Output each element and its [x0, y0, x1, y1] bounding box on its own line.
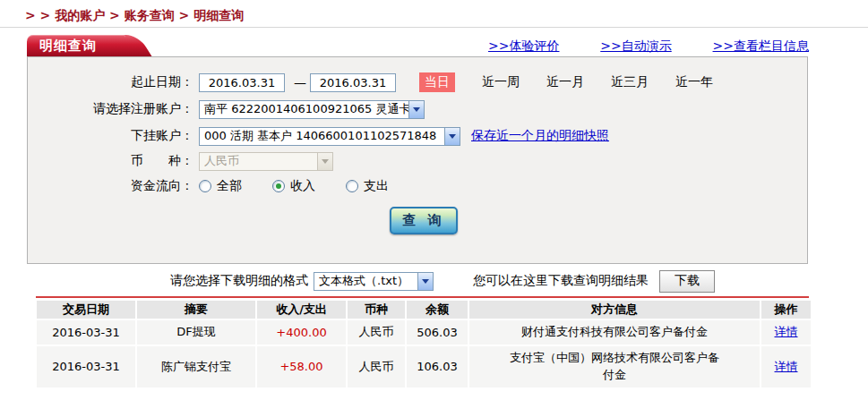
- chevron-down-icon: [408, 101, 424, 118]
- cell-amount: +58.00: [257, 346, 346, 387]
- flow-option-expense[interactable]: 支出: [346, 178, 389, 194]
- chevron-down-icon: [317, 153, 332, 170]
- table-top-divider: [36, 296, 809, 298]
- flow-option-all[interactable]: 全部: [199, 178, 242, 194]
- cell-currency: 人民币: [348, 346, 405, 387]
- query-form-panel: 起止日期： — 当日 近一周 近一月 近三月 近一年 请选择注册账户： 南平 6…: [27, 56, 808, 264]
- register-account-label: 请选择注册账户：: [28, 101, 193, 117]
- flow-option-expense-label: 支出: [364, 178, 389, 194]
- table-row: 2016-03-31 DF提现 +400.00 人民币 506.03 财付通支付…: [37, 320, 811, 345]
- flow-direction-row: 资金流向： 全部 收入 支出: [28, 175, 807, 197]
- col-header-currency: 币种: [348, 301, 405, 319]
- breadcrumb: > > 我的账户 > 账务查询 > 明细查询: [25, 8, 244, 24]
- download-format-select[interactable]: 文本格式（.txt）: [314, 272, 434, 291]
- chevron-down-icon: [444, 128, 460, 145]
- cell-balance: 106.03: [407, 346, 468, 387]
- register-account-row: 请选择注册账户： 南平 6222001406100921065 灵通卡: [28, 98, 807, 120]
- quick-range-week[interactable]: 近一周: [482, 74, 520, 90]
- col-header-summary: 摘要: [137, 301, 255, 319]
- currency-select: 人民币: [199, 152, 333, 171]
- download-button[interactable]: 下载: [659, 270, 715, 293]
- date-separator: —: [294, 75, 306, 89]
- linked-account-value: 000 活期 基本户 1406600101102571848: [200, 128, 441, 144]
- counterparty-text: 支付宝（中国）网络技术有限公司客户备付金: [506, 350, 723, 384]
- cell-action: 详情: [761, 320, 811, 345]
- col-header-action: 操作: [761, 301, 811, 319]
- date-to-input[interactable]: [310, 73, 396, 92]
- link-auto-demo[interactable]: >>自动演示: [600, 38, 671, 55]
- quick-range-month[interactable]: 近一月: [546, 74, 584, 90]
- cell-counterparty: 支付宝（中国）网络技术有限公司客户备付金: [469, 346, 760, 387]
- radio-unchecked-icon: [199, 180, 211, 192]
- tab-detail-query: 明细查询: [27, 35, 134, 56]
- transactions-table: 交易日期 摘要 收入/支出 币种 余额 对方信息 操作 2016-03-31 D…: [35, 299, 812, 389]
- currency-row: 币 种： 人民币: [28, 150, 807, 172]
- header-divider: [0, 27, 868, 28]
- cell-date: 2016-03-31: [37, 320, 135, 345]
- cell-action: 详情: [761, 346, 811, 387]
- link-experience-review[interactable]: >>体验评价: [488, 38, 559, 55]
- flow-direction-label: 资金流向：: [28, 178, 193, 194]
- detail-link[interactable]: 详情: [775, 325, 798, 338]
- flow-option-all-label: 全部: [217, 178, 242, 194]
- radio-unchecked-icon: [346, 180, 358, 192]
- download-result-label: 您可以在这里下载查询明细结果: [473, 273, 649, 289]
- tab-label: 明细查询: [39, 38, 97, 55]
- linked-account-row: 下挂账户： 000 活期 基本户 1406600101102571848 保存近…: [28, 125, 807, 147]
- col-header-amount: 收入/支出: [257, 301, 346, 319]
- currency-label: 币 种：: [28, 153, 193, 169]
- cell-summary: 陈广锦支付宝: [137, 346, 255, 387]
- table-header-row: 交易日期 摘要 收入/支出 币种 余额 对方信息 操作: [37, 301, 811, 319]
- detail-link[interactable]: 详情: [775, 360, 798, 373]
- query-button[interactable]: 查 询: [390, 207, 458, 234]
- flow-option-income[interactable]: 收入: [272, 178, 315, 194]
- date-from-input[interactable]: [199, 73, 285, 92]
- register-account-value: 南平 6222001406100921065 灵通卡: [200, 101, 408, 117]
- download-format-label: 请您选择下载明细的格式: [170, 273, 308, 289]
- currency-value: 人民币: [200, 153, 244, 169]
- link-view-column-info[interactable]: >>查看栏目信息: [713, 38, 809, 55]
- download-row: 请您选择下载明细的格式 文本格式（.txt） 您可以在这里下载查询明细结果 下载: [170, 269, 715, 293]
- counterparty-text: 财付通支付科技有限公司客户备付金: [521, 324, 708, 341]
- download-format-value: 文本格式（.txt）: [314, 273, 413, 289]
- save-snapshot-link[interactable]: 保存近一个月的明细快照: [471, 128, 609, 144]
- top-links: >>体验评价 >>自动演示 >>查看栏目信息: [488, 38, 809, 55]
- col-header-counterparty: 对方信息: [469, 301, 760, 319]
- date-range-row: 起止日期： — 当日 近一周 近一月 近三月 近一年: [28, 72, 807, 93]
- cell-date: 2016-03-31: [37, 346, 135, 387]
- linked-account-label: 下挂账户：: [28, 128, 193, 144]
- table-row: 2016-03-31 陈广锦支付宝 +58.00 人民币 106.03 支付宝（…: [37, 346, 811, 387]
- cell-summary: DF提现: [137, 320, 255, 345]
- col-header-date: 交易日期: [37, 301, 135, 319]
- quick-range-quarter[interactable]: 近三月: [611, 74, 649, 90]
- linked-account-select[interactable]: 000 活期 基本户 1406600101102571848: [199, 127, 460, 146]
- cell-amount: +400.00: [257, 320, 346, 345]
- radio-checked-icon: [272, 180, 285, 192]
- col-header-balance: 余额: [407, 301, 468, 319]
- quick-range-year[interactable]: 近一年: [675, 74, 713, 90]
- register-account-select[interactable]: 南平 6222001406100921065 灵通卡: [199, 100, 425, 119]
- date-range-label: 起止日期：: [28, 74, 193, 90]
- cell-counterparty: 财付通支付科技有限公司客户备付金: [469, 320, 760, 345]
- quick-range-today[interactable]: 当日: [419, 72, 455, 92]
- chevron-down-icon: [417, 273, 433, 290]
- cell-balance: 506.03: [407, 320, 468, 345]
- cell-currency: 人民币: [348, 320, 405, 345]
- flow-option-income-label: 收入: [290, 178, 315, 194]
